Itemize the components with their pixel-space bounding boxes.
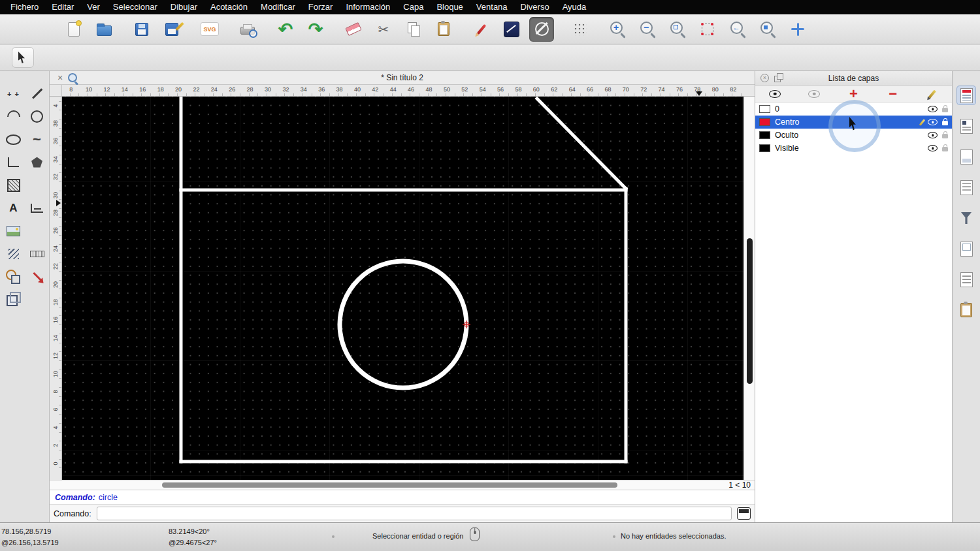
pan-icon[interactable] — [785, 17, 810, 42]
line-style-icon[interactable] — [499, 17, 524, 42]
copy-icon[interactable] — [401, 17, 426, 42]
spline-tool-icon[interactable]: ~ — [26, 129, 48, 150]
hide-unused-layers-icon[interactable] — [804, 87, 824, 101]
shapes-tool-icon[interactable] — [3, 266, 24, 287]
layer-visibility-eye-icon[interactable] — [928, 106, 938, 112]
zoom-out-icon[interactable] — [635, 17, 660, 42]
dock-command-widget-icon[interactable] — [956, 178, 976, 197]
modify-tool-icon — [33, 272, 41, 281]
box3d-tool-icon[interactable] — [3, 289, 24, 310]
empty-slot[interactable] — [26, 174, 48, 196]
menu-item[interactable]: Ver — [80, 0, 106, 14]
dock-filter-icon[interactable] — [956, 208, 976, 228]
menu-item[interactable]: Información — [339, 0, 397, 14]
menu-item[interactable]: Acotación — [204, 0, 254, 14]
empty-slot[interactable] — [26, 289, 48, 310]
panel-close-button[interactable] — [759, 74, 770, 82]
pen-icon[interactable] — [469, 17, 494, 42]
arc-tool-icon[interactable] — [3, 106, 24, 127]
edit-layer-icon[interactable] — [923, 87, 942, 101]
menu-item[interactable]: Modificar — [254, 0, 302, 14]
command-input[interactable] — [97, 507, 732, 520]
line-tool-icon[interactable] — [26, 83, 48, 104]
empty-slot[interactable] — [26, 220, 48, 242]
grid-snap-icon[interactable] — [567, 17, 592, 42]
remove-layer-icon[interactable] — [883, 87, 903, 101]
points-tool-icon: + + — [7, 90, 20, 98]
eraser-icon[interactable] — [341, 17, 366, 42]
modify-tool-icon[interactable] — [26, 266, 48, 287]
polyline-tool-icon[interactable] — [3, 151, 24, 173]
ruler-cell: 4 — [50, 97, 61, 114]
add-layer-icon[interactable] — [843, 87, 863, 101]
paste-icon[interactable] — [431, 17, 456, 42]
layer-row[interactable]: 0 — [755, 102, 952, 116]
menu-item[interactable]: Ayuda — [556, 0, 593, 14]
polygon-tool-icon[interactable] — [26, 151, 48, 173]
menu-item[interactable]: Ventana — [470, 0, 514, 14]
layer-lock-icon[interactable] — [942, 108, 948, 112]
menu-item[interactable]: Seleccionar — [106, 0, 164, 14]
points-tool-icon[interactable]: + + — [3, 83, 24, 104]
hatch-tool-icon[interactable] — [3, 174, 24, 196]
dock-block-list-icon[interactable] — [956, 116, 976, 136]
svg-export-icon[interactable]: SVG — [197, 17, 222, 42]
absolute-polar: 83.2149<20° — [169, 526, 217, 537]
menu-item[interactable]: Capa — [397, 0, 430, 14]
save-as-icon[interactable] — [159, 17, 184, 42]
show-all-layers-icon[interactable] — [765, 87, 785, 101]
undo-icon[interactable] — [273, 17, 298, 42]
zoom-previous-icon[interactable] — [725, 17, 750, 42]
layer-lock-icon[interactable] — [942, 121, 948, 125]
menu-item[interactable]: Editar — [45, 0, 80, 14]
menu-item[interactable]: Bloque — [430, 0, 469, 14]
save-icon[interactable] — [129, 17, 154, 42]
dock-library-icon[interactable] — [956, 147, 976, 166]
layer-visibility-eye-icon[interactable] — [928, 145, 938, 151]
panel-float-button[interactable] — [773, 74, 782, 82]
ruler-tool-icon[interactable] — [26, 243, 48, 264]
open-file-icon[interactable] — [91, 17, 116, 42]
layer-lock-icon[interactable] — [942, 134, 948, 138]
menu-item[interactable]: Fichero — [4, 0, 45, 14]
command-keyboard-toggle-button[interactable] — [737, 507, 751, 520]
circle-draw-tool-icon[interactable] — [26, 106, 48, 127]
cut-icon[interactable] — [371, 17, 396, 42]
dock-layer-list-icon[interactable] — [956, 86, 976, 105]
drawing-canvas[interactable] — [62, 97, 743, 480]
menu-item[interactable]: Dibujar — [164, 0, 204, 14]
dock-clipboard-icon[interactable] — [956, 300, 976, 320]
ruler-number: 14 — [52, 335, 59, 341]
ruler-number: 30 — [52, 192, 59, 198]
dock-properties-icon[interactable] — [956, 239, 976, 259]
zoom-in-icon[interactable] — [605, 17, 630, 42]
menu-item[interactable]: Diverso — [514, 0, 556, 14]
zoom-auto-icon[interactable] — [665, 17, 690, 42]
ruler-cell: 8 — [50, 383, 61, 400]
ellipse-tool-icon[interactable] — [3, 129, 24, 150]
layer-row[interactable]: Centro — [755, 116, 952, 129]
dimension-tool-icon[interactable] — [26, 197, 48, 219]
select-tool-button[interactable] — [12, 47, 34, 68]
layer-lock-icon[interactable] — [942, 147, 948, 151]
ruler-number: 20 — [52, 281, 59, 288]
layer-visibility-eye-icon[interactable] — [928, 132, 938, 138]
measure-tool-icon[interactable] — [3, 243, 24, 264]
vertical-scrollbar-thumb[interactable] — [747, 238, 753, 384]
zoom-redraw-icon[interactable] — [695, 17, 720, 42]
text-tool-icon[interactable]: A — [3, 197, 24, 219]
tab-zoom-button[interactable] — [65, 73, 80, 82]
horizontal-scrollbar-thumb[interactable] — [162, 482, 617, 488]
close-tab-button[interactable] — [55, 73, 65, 82]
zoom-window-icon[interactable] — [755, 17, 780, 42]
circle-tool-icon[interactable] — [529, 17, 554, 42]
layer-visibility-eye-icon[interactable] — [928, 119, 938, 125]
new-file-icon[interactable] — [61, 17, 86, 42]
layer-row[interactable]: Visible — [755, 142, 952, 155]
image-tool-icon[interactable] — [3, 220, 24, 242]
layer-row[interactable]: Oculto — [755, 129, 952, 142]
menu-item[interactable]: Forzar — [302, 0, 340, 14]
redo-icon[interactable] — [303, 17, 328, 42]
print-preview-icon[interactable] — [235, 17, 260, 42]
dock-notes-icon[interactable] — [956, 270, 976, 289]
